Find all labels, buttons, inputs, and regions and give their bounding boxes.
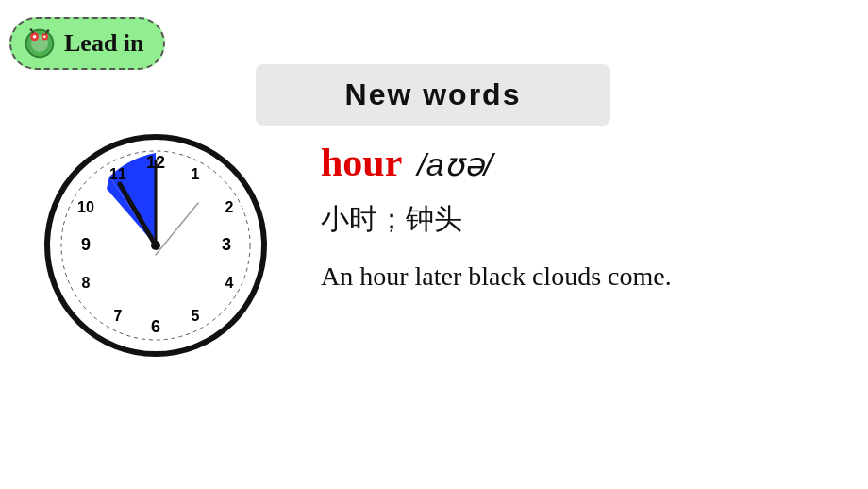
word-sentence: An hour later black clouds come.: [321, 261, 672, 292]
svg-text:2: 2: [225, 199, 234, 215]
svg-text:5: 5: [192, 308, 200, 324]
word-phonetic: /aʊə/: [417, 145, 492, 183]
svg-text:4: 4: [225, 275, 234, 291]
svg-text:11: 11: [109, 166, 126, 182]
svg-text:10: 10: [77, 199, 94, 215]
word-english: hour: [321, 140, 402, 185]
caterpillar-icon: [23, 26, 57, 60]
svg-point-5: [43, 35, 46, 38]
svg-text:3: 3: [222, 235, 231, 254]
svg-point-27: [151, 241, 160, 250]
lead-in-label: Lead in: [64, 29, 144, 58]
svg-point-4: [33, 35, 37, 39]
clock-container: 12 3 6 9 1 2 4 5 7 8 10 11: [42, 132, 269, 359]
new-words-title: New words: [345, 77, 522, 111]
svg-text:8: 8: [82, 275, 91, 291]
svg-text:9: 9: [81, 235, 91, 254]
lead-in-badge: Lead in: [9, 17, 165, 70]
word-area: hour /aʊə/ 小时；钟头 An hour later black clo…: [321, 140, 672, 292]
svg-text:7: 7: [114, 308, 123, 324]
new-words-banner: New words: [256, 64, 610, 126]
word-chinese: 小时；钟头: [321, 200, 672, 239]
svg-text:6: 6: [151, 317, 160, 336]
word-line: hour /aʊə/: [321, 140, 672, 185]
clock-svg: 12 3 6 9 1 2 4 5 7 8 10 11: [42, 132, 269, 359]
svg-point-8: [30, 28, 33, 31]
svg-text:1: 1: [192, 166, 200, 182]
svg-point-9: [47, 29, 50, 32]
